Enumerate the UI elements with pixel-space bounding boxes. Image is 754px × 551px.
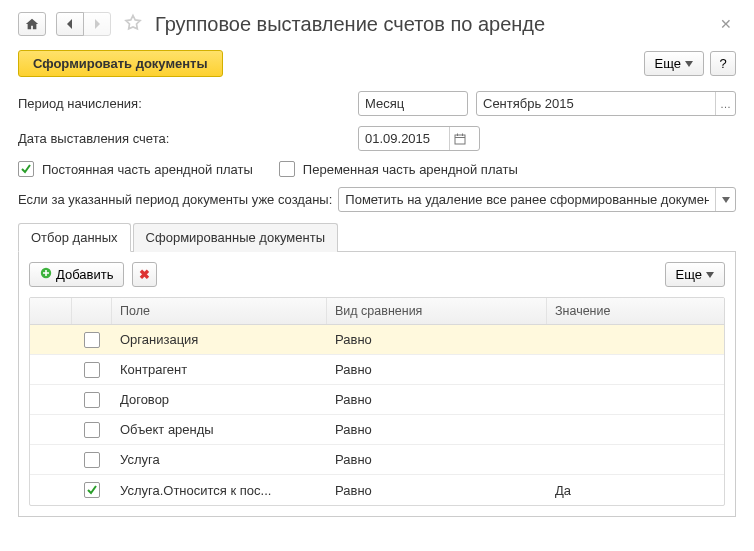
- period-label: Период начисления:: [18, 96, 358, 111]
- col-check: [72, 298, 112, 324]
- fixed-part-checkbox[interactable]: [18, 161, 34, 177]
- row-comparison: Равно: [327, 327, 547, 352]
- generate-documents-button[interactable]: Сформировать документы: [18, 50, 223, 77]
- existing-docs-input[interactable]: [339, 188, 715, 211]
- row-checkbox[interactable]: [84, 332, 100, 348]
- row-check-cell: [72, 387, 112, 413]
- row-comparison: Равно: [327, 447, 547, 472]
- row-check-cell: [72, 327, 112, 353]
- row-expand-cell: [30, 365, 72, 375]
- row-expand-cell: [30, 335, 72, 345]
- row-expand-cell: [30, 485, 72, 495]
- row-check-cell: [72, 477, 112, 503]
- row-field: Услуга: [112, 447, 327, 472]
- row-value: [547, 395, 724, 405]
- add-button[interactable]: Добавить: [29, 262, 124, 287]
- table-row[interactable]: Услуга.Относится к пос...РавноДа: [30, 475, 724, 505]
- row-expand-cell: [30, 455, 72, 465]
- svg-rect-0: [455, 135, 465, 144]
- row-value: [547, 425, 724, 435]
- period-value-input[interactable]: [477, 92, 715, 115]
- fixed-part-label: Постоянная часть арендной платы: [42, 162, 253, 177]
- row-comparison: Равно: [327, 357, 547, 382]
- row-check-cell: [72, 447, 112, 473]
- existing-docs-row: Если за указанный период документы уже с…: [18, 187, 736, 212]
- row-comparison: Равно: [327, 417, 547, 442]
- tab-generated[interactable]: Сформированные документы: [133, 223, 338, 252]
- tabs: Отбор данных Сформированные документы: [18, 222, 736, 252]
- nav-buttons: [56, 12, 111, 36]
- row-expand-cell: [30, 425, 72, 435]
- col-expand: [30, 298, 72, 324]
- favorite-star-icon[interactable]: [123, 13, 143, 36]
- filter-table: Поле Вид сравнения Значение ОрганизацияР…: [29, 297, 725, 506]
- filter-panel: Добавить ✖ Еще Поле Вид сравнения Значен…: [18, 252, 736, 517]
- filter-toolbar: Добавить ✖ Еще: [29, 262, 725, 287]
- help-button[interactable]: ?: [710, 51, 736, 76]
- row-field: Объект аренды: [112, 417, 327, 442]
- add-label: Добавить: [56, 267, 113, 282]
- invoice-date-field[interactable]: [358, 126, 480, 151]
- calendar-icon[interactable]: [449, 127, 469, 150]
- page-title: Групповое выставление счетов по аренде: [155, 13, 545, 36]
- chevron-down-icon[interactable]: [715, 188, 735, 211]
- row-checkbox[interactable]: [84, 482, 100, 498]
- table-row[interactable]: Объект арендыРавно: [30, 415, 724, 445]
- row-field: Организация: [112, 327, 327, 352]
- panel-more-label: Еще: [676, 267, 702, 282]
- svg-rect-2: [457, 133, 458, 136]
- table-row[interactable]: ДоговорРавно: [30, 385, 724, 415]
- row-comparison: Равно: [327, 478, 547, 503]
- variable-part-label: Переменная часть арендной платы: [303, 162, 518, 177]
- row-check-cell: [72, 417, 112, 443]
- table-body: ОрганизацияРавноКонтрагентРавноДоговорРа…: [30, 325, 724, 505]
- row-field: Контрагент: [112, 357, 327, 382]
- row-checkbox[interactable]: [84, 422, 100, 438]
- invoice-date-label: Дата выставления счета:: [18, 131, 358, 146]
- row-checkbox[interactable]: [84, 452, 100, 468]
- close-button[interactable]: ✕: [716, 16, 736, 32]
- invoice-date-row: Дата выставления счета:: [18, 126, 736, 151]
- col-comparison: Вид сравнения: [327, 298, 547, 324]
- row-field: Услуга.Относится к пос...: [112, 478, 327, 503]
- row-checkbox[interactable]: [84, 362, 100, 378]
- home-button[interactable]: [18, 12, 46, 36]
- period-value-select[interactable]: …: [476, 91, 736, 116]
- row-value: Да: [547, 478, 724, 503]
- row-value: [547, 455, 724, 465]
- row-expand-cell: [30, 395, 72, 405]
- col-field: Поле: [112, 298, 327, 324]
- plus-icon: [40, 267, 52, 282]
- variable-part-checkbox[interactable]: [279, 161, 295, 177]
- table-header: Поле Вид сравнения Значение: [30, 298, 724, 325]
- more-button[interactable]: Еще: [644, 51, 704, 76]
- row-check-cell: [72, 357, 112, 383]
- forward-button[interactable]: [83, 12, 111, 36]
- period-row: Период начисления: …: [18, 91, 736, 116]
- invoice-date-input[interactable]: [359, 127, 449, 150]
- row-checkbox[interactable]: [84, 392, 100, 408]
- delete-button[interactable]: ✖: [132, 262, 157, 287]
- more-label: Еще: [655, 56, 681, 71]
- action-row: Сформировать документы Еще ?: [18, 50, 736, 77]
- row-field: Договор: [112, 387, 327, 412]
- row-value: [547, 365, 724, 375]
- delete-icon: ✖: [139, 267, 150, 282]
- panel-more-button[interactable]: Еще: [665, 262, 725, 287]
- col-value: Значение: [547, 298, 724, 324]
- titlebar: Групповое выставление счетов по аренде ✕: [18, 12, 736, 36]
- table-row[interactable]: ОрганизацияРавно: [30, 325, 724, 355]
- existing-docs-select[interactable]: [338, 187, 736, 212]
- ellipsis-icon[interactable]: …: [715, 92, 735, 115]
- row-value: [547, 335, 724, 345]
- back-button[interactable]: [56, 12, 84, 36]
- existing-docs-label: Если за указанный период документы уже с…: [18, 192, 332, 207]
- svg-rect-3: [462, 133, 463, 136]
- tab-filter[interactable]: Отбор данных: [18, 223, 131, 252]
- rent-parts-row: Постоянная часть арендной платы Переменн…: [18, 161, 736, 177]
- table-row[interactable]: УслугаРавно: [30, 445, 724, 475]
- table-row[interactable]: КонтрагентРавно: [30, 355, 724, 385]
- row-comparison: Равно: [327, 387, 547, 412]
- period-type-select[interactable]: [358, 91, 468, 116]
